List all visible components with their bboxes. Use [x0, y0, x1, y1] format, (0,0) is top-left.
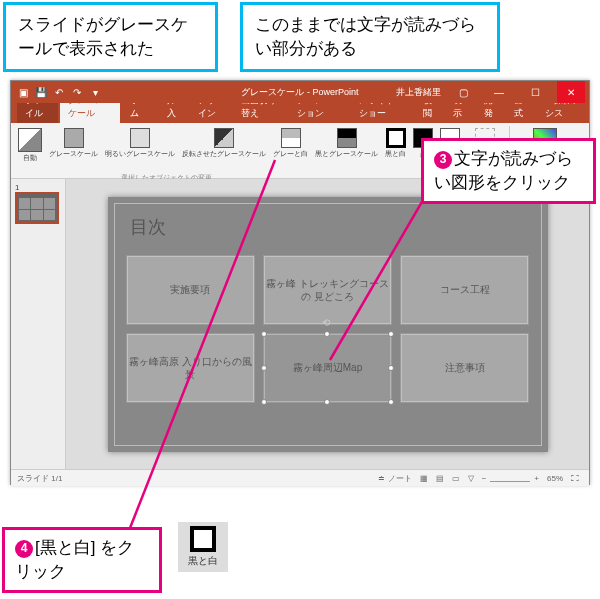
thumbnail-number: 1 — [15, 183, 61, 192]
close-button[interactable]: ✕ — [557, 81, 585, 103]
resize-handle[interactable] — [388, 365, 394, 371]
zoom-out-button[interactable]: − — [478, 474, 491, 483]
thumbnail-panel: 1 — [11, 179, 66, 469]
resize-handle[interactable] — [388, 399, 394, 405]
grid-cell-5-text: 霧ヶ峰周辺Map — [293, 361, 362, 374]
ribbon-black-white-button[interactable]: 黒と白 — [382, 126, 409, 160]
auto-swatch-icon — [18, 128, 42, 152]
black-grayscale-swatch-icon — [337, 128, 357, 148]
ribbon-inverted-grayscale-button[interactable]: 反転させたグレースケール — [179, 126, 269, 160]
ribbon-black-grayscale-button[interactable]: 黒とグレースケール — [312, 126, 381, 160]
ribbon-options-icon[interactable]: ▢ — [449, 81, 477, 103]
grayscale-swatch-icon — [64, 128, 84, 148]
undo-icon[interactable]: ↶ — [53, 86, 65, 98]
black-white-swatch-icon — [386, 128, 406, 148]
ribbon-auto-button[interactable]: 自動 — [15, 126, 45, 164]
resize-handle[interactable] — [261, 331, 267, 337]
resize-handle[interactable] — [388, 331, 394, 337]
zoom-slider[interactable] — [490, 481, 530, 482]
save-icon[interactable]: 💾 — [35, 86, 47, 98]
ribbon-grayscale-button[interactable]: グレースケール — [46, 126, 101, 160]
black-white-large-swatch-icon — [190, 526, 216, 552]
rotation-handle-icon[interactable]: ⟲ — [322, 316, 330, 329]
zoom-in-button[interactable]: + — [530, 474, 543, 483]
black-white-label: 黒と白 — [182, 554, 224, 568]
slide-canvas[interactable]: 目次 実施要項 霧ヶ峰 トレッキングコースの 見どころ コース工程 霧ヶ峰高原 … — [108, 197, 548, 452]
normal-view-icon[interactable]: ▦ — [416, 474, 432, 483]
sorter-view-icon[interactable]: ▤ — [432, 474, 448, 483]
slide-editor[interactable]: 目次 実施要項 霧ヶ峰 トレッキングコースの 見どころ コース工程 霧ヶ峰高原 … — [66, 179, 589, 469]
ribbon-tabs: ファイル グレースケール ホーム 挿入 デザイン 画面切り替え アニメーション … — [11, 103, 589, 123]
step-badge-3: 3 — [434, 151, 452, 169]
black-white-icon-reference: 黒と白 — [178, 522, 228, 572]
titlebar: ▣ 💾 ↶ ↷ ▾ グレースケール - PowerPoint 井上香緒里 ▢ —… — [11, 81, 589, 103]
callout-hard-to-read: このままでは文字が読みづらい部分がある — [240, 2, 500, 72]
resize-handle[interactable] — [261, 365, 267, 371]
user-name: 井上香緒里 — [396, 86, 441, 99]
callout-step-4: 4[黒と白] をクリック — [2, 527, 162, 593]
grid-cell-5-selected[interactable]: 霧ヶ峰周辺Map ⟲ — [263, 333, 392, 403]
reading-view-icon[interactable]: ▭ — [448, 474, 464, 483]
gray-white-swatch-icon — [281, 128, 301, 148]
notes-button[interactable]: ≐ ノート — [374, 473, 415, 484]
step-badge-4: 4 — [15, 540, 33, 558]
ribbon-light-grayscale-button[interactable]: 明るいグレースケール — [102, 126, 178, 160]
qat-dropdown-icon[interactable]: ▾ — [89, 86, 101, 98]
callout-step-3: 3文字が読みづらい図形をクリック — [421, 138, 596, 204]
resize-handle[interactable] — [261, 399, 267, 405]
slideshow-view-icon[interactable]: ▽ — [464, 474, 478, 483]
statusbar: スライド 1/1 ≐ ノート ▦ ▤ ▭ ▽ − + 65% ⛶ — [11, 469, 589, 486]
app-icon: ▣ — [17, 86, 29, 98]
workspace: 1 目次 実施要項 霧ヶ峰 トレッキングコースの 見どころ コース工程 霧ヶ峰高… — [11, 179, 589, 469]
ribbon-gray-white-button[interactable]: グレーと白 — [270, 126, 311, 160]
slide-thumbnail-1[interactable] — [15, 192, 59, 224]
window-title: グレースケール - PowerPoint — [241, 86, 358, 99]
inverted-grayscale-swatch-icon — [214, 128, 234, 148]
callout-grayscale-displayed: スライドがグレースケールで表示された — [3, 2, 218, 72]
fit-to-window-icon[interactable]: ⛶ — [567, 474, 583, 483]
slide-counter: スライド 1/1 — [17, 473, 62, 484]
light-grayscale-swatch-icon — [130, 128, 150, 148]
zoom-level[interactable]: 65% — [543, 474, 567, 483]
redo-icon[interactable]: ↷ — [71, 86, 83, 98]
minimize-button[interactable]: — — [485, 81, 513, 103]
maximize-button[interactable]: ☐ — [521, 81, 549, 103]
